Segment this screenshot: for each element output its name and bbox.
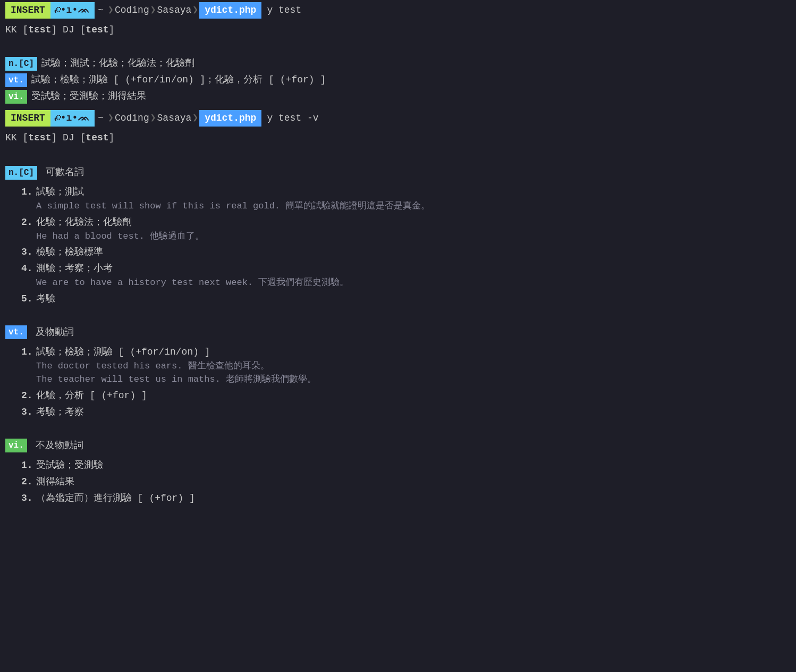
arrow-2: ❯ xyxy=(149,3,157,18)
num-dot: 1. xyxy=(21,458,36,473)
mode-badge-1: INSERT xyxy=(5,2,50,19)
file-badge-1: ydict.php xyxy=(199,2,261,19)
num-dot: 3. xyxy=(21,491,36,506)
arrow-4: ❯ xyxy=(107,111,115,125)
section-vt-title: 及物動詞 xyxy=(31,325,74,340)
section-n-list: 1. 試驗；測試 A simple test will show if this… xyxy=(0,182,796,309)
short-def-vt-text: 試驗；檢驗；測驗 [ (+for/in/on) ]；化驗，分析 [ (+for)… xyxy=(31,73,326,87)
num-dot: 3. xyxy=(21,245,36,259)
list-item: 2. 化驗；化驗法；化驗劑 He had a blood test. 他驗過血了… xyxy=(16,214,791,245)
short-def-vt: vt. 試驗；檢驗；測驗 [ (+for/in/on) ]；化驗，分析 [ (+… xyxy=(5,72,791,88)
def-text: 測驗；考察；小考 xyxy=(36,262,113,276)
dj-open-2: [ xyxy=(80,132,86,143)
list-item: 1. 試驗；檢驗；測驗 [ (+for/in/on) ] The doctor … xyxy=(16,344,791,388)
arrow-5: ❯ xyxy=(149,111,157,125)
list-item: 5. 考驗 xyxy=(16,291,791,307)
def-text: （為鑑定而）進行測驗 [ (+for) ] xyxy=(36,491,195,506)
badge-vi-verbose: vi. xyxy=(5,439,27,452)
example-text: We are to have a history test next week.… xyxy=(21,276,791,290)
num-dot: 3. xyxy=(21,405,36,419)
def-text: 檢驗；檢驗標準 xyxy=(36,245,103,259)
list-item: 3. 考驗；考察 xyxy=(16,404,791,421)
dj-close-2: ] xyxy=(109,132,115,143)
hostname-badge-2: ꩻ•ı•ᨏ xyxy=(50,110,95,127)
kk-label-2: KK xyxy=(5,132,17,143)
dj-label-1: DJ xyxy=(63,24,74,35)
command-1: y test xyxy=(261,3,301,18)
section-vt-header: vt. 及物動詞 xyxy=(0,320,796,342)
list-item: 2. 化驗，分析 [ (+for) ] xyxy=(16,388,791,404)
badge-vt-short: vt. xyxy=(5,73,27,87)
example-text: He had a blood test. 他驗過血了。 xyxy=(21,230,791,243)
kk-phonetic-2: tɛst xyxy=(28,132,51,143)
short-def-n-text: 試驗；測試；化驗；化驗法；化驗劑 xyxy=(41,56,194,71)
command-2: y test -v xyxy=(261,111,318,125)
list-item: 3. （為鑑定而）進行測驗 [ (+for) ] xyxy=(16,490,791,507)
def-text: 考驗；考察 xyxy=(36,405,84,419)
file-badge-2: ydict.php xyxy=(199,110,261,127)
section-n-title: 可數名詞 xyxy=(41,165,84,180)
prompt-line-2: INSERT ꩻ•ı•ᨏ ~ ❯ Coding ❯ Sasaya ❯ ydict… xyxy=(0,108,796,129)
num-dot: 1. xyxy=(21,185,36,199)
kk-label-1: KK xyxy=(5,24,17,35)
section-vt-list: 1. 試驗；檢驗；測驗 [ (+for/in/on) ] The doctor … xyxy=(0,342,796,423)
kk-close-1: ] xyxy=(51,24,57,35)
kk-line-1: KK [tɛst] DJ [test] xyxy=(0,21,796,41)
def-text: 受試驗；受測驗 xyxy=(36,458,103,473)
mode-badge-2: INSERT xyxy=(5,110,50,127)
example-text: A simple test will show if this is real … xyxy=(21,199,791,213)
dir-coding-2: Coding xyxy=(115,111,149,125)
num-dot: 2. xyxy=(21,389,36,403)
section-vi-title: 不及物動詞 xyxy=(31,439,83,453)
list-item: 2. 測得結果 xyxy=(16,474,791,490)
list-item: 1. 試驗；測試 A simple test will show if this… xyxy=(16,184,791,214)
hostname-badge-1: ꩻ•ı•ᨏ xyxy=(50,2,95,19)
def-text: 化驗，分析 [ (+for) ] xyxy=(36,389,147,403)
dir-sasaya-1: Sasaya xyxy=(157,3,192,18)
kk-phonetic-1: tɛst xyxy=(28,24,51,35)
tilde-2: ~ xyxy=(95,111,107,125)
dj-close-1: ] xyxy=(109,24,115,35)
num-dot: 5. xyxy=(21,292,36,306)
list-item: 1. 受試驗；受測驗 xyxy=(16,457,791,474)
list-item: 3. 檢驗；檢驗標準 xyxy=(16,244,791,261)
section-vi-header: vi. 不及物動詞 xyxy=(0,433,796,455)
num-dot: 1. xyxy=(21,345,36,359)
num-dot: 4. xyxy=(21,262,36,276)
badge-n-verbose: n.[C] xyxy=(5,166,37,180)
def-text: 測得結果 xyxy=(36,475,74,489)
section-vi-list: 1. 受試驗；受測驗 2. 測得結果 3. （為鑑定而）進行測驗 [ (+for… xyxy=(0,455,796,509)
def-text: 試驗；檢驗；測驗 [ (+for/in/on) ] xyxy=(36,345,210,359)
section-n-header: n.[C] 可數名詞 xyxy=(0,160,796,182)
dj-label-2: DJ xyxy=(63,132,74,143)
list-item: 4. 測驗；考察；小考 We are to have a history tes… xyxy=(16,261,791,291)
num-dot: 2. xyxy=(21,475,36,489)
short-defs-block: n.[C] 試驗；測試；化驗；化驗法；化驗劑 vt. 試驗；檢驗；測驗 [ (+… xyxy=(0,52,796,108)
arrow-1: ❯ xyxy=(107,3,115,18)
short-def-vi-text: 受試驗；受測驗；測得結果 xyxy=(31,89,146,104)
num-dot: 2. xyxy=(21,215,36,230)
dj-phonetic-1: test xyxy=(86,24,108,35)
arrow-3: ❯ xyxy=(191,3,199,18)
prompt-line-1: INSERT ꩻ•ı•ᨏ ~ ❯ Coding ❯ Sasaya ❯ ydict… xyxy=(0,0,796,21)
dj-open-1: [ xyxy=(80,24,86,35)
arrow-6: ❯ xyxy=(191,111,199,125)
terminal-window: INSERT ꩻ•ı•ᨏ ~ ❯ Coding ❯ Sasaya ❯ ydict… xyxy=(0,0,796,672)
example-text: The teacher will test us in maths. 老師將測驗… xyxy=(21,373,791,387)
kk-open-2: [ xyxy=(22,132,28,143)
badge-vt-verbose: vt. xyxy=(5,325,27,339)
def-text: 化驗；化驗法；化驗劑 xyxy=(36,215,132,230)
dir-coding-1: Coding xyxy=(115,3,149,18)
example-text: The doctor tested his ears. 醫生檢查他的耳朵。 xyxy=(21,359,791,373)
dir-sasaya-2: Sasaya xyxy=(157,111,192,125)
def-text: 試驗；測試 xyxy=(36,185,84,199)
short-def-n: n.[C] 試驗；測試；化驗；化驗法；化驗劑 xyxy=(5,55,791,72)
kk-close-2: ] xyxy=(51,132,57,143)
dj-phonetic-2: test xyxy=(86,132,108,143)
short-def-vi: vi. 受試驗；受測驗；測得結果 xyxy=(5,88,791,105)
def-text: 考驗 xyxy=(36,292,55,306)
kk-open-1: [ xyxy=(22,24,28,35)
tilde-1: ~ xyxy=(95,3,107,18)
badge-vi-short: vi. xyxy=(5,90,27,104)
kk-line-2: KK [tɛst] DJ [test] xyxy=(0,129,796,149)
